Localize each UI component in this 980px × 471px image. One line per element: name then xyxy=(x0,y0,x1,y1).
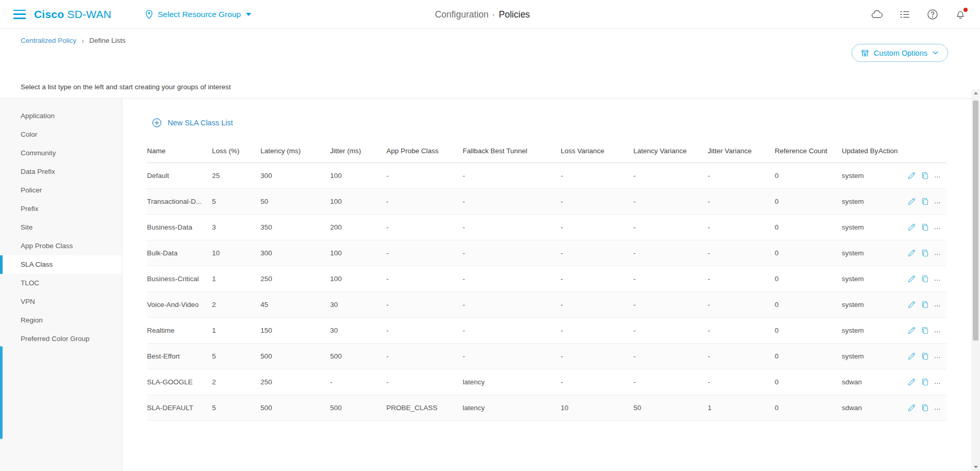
cell-reference_count: 0 xyxy=(775,292,842,318)
edit-icon[interactable] xyxy=(907,326,916,335)
sidebar-item-color[interactable]: Color xyxy=(0,125,122,144)
breadcrumb-separator: › xyxy=(81,36,84,45)
edit-icon[interactable] xyxy=(907,223,916,232)
sidebar-item-label: Community xyxy=(21,149,56,157)
sidebar-item-label: Policer xyxy=(21,186,42,194)
delete-icon[interactable] xyxy=(934,403,943,412)
sidebar-item-preferred-color-group[interactable]: Preferred Color Group xyxy=(0,330,122,348)
copy-icon[interactable] xyxy=(921,249,929,257)
scrollbar-up-arrow[interactable] xyxy=(971,89,980,97)
cell-jitter_variance: - xyxy=(708,369,775,395)
sidebar-item-label: Site xyxy=(21,223,32,231)
sla-class-table: NameLoss (%)Latency (ms)Jitter (ms)App P… xyxy=(147,142,946,421)
sidebar-item-site[interactable]: Site xyxy=(0,218,122,237)
cell-latency: 500 xyxy=(260,395,330,421)
sidebar-item-label: Data Prefix xyxy=(21,168,55,175)
cell-reference_count: 0 xyxy=(775,395,842,421)
cell-fallback_best_tunnel: - xyxy=(463,318,561,344)
cell-jitter: 100 xyxy=(330,189,386,215)
edit-icon[interactable] xyxy=(907,197,916,206)
cell-loss_variance: 10 xyxy=(561,395,633,421)
sidebar-item-app-probe-class[interactable]: App Probe Class xyxy=(0,237,122,255)
cell-loss: 2 xyxy=(212,369,260,395)
sidebar-item-data-prefix[interactable]: Data Prefix xyxy=(0,163,122,181)
sidebar-item-label: SLA Class xyxy=(21,261,53,268)
cell-loss_variance: - xyxy=(561,163,633,189)
cell-action xyxy=(878,266,946,292)
column-header-loss_variance: Loss Variance xyxy=(561,142,633,163)
cell-reference_count: 0 xyxy=(775,189,842,215)
sidebar-item-application[interactable]: Application xyxy=(0,107,122,125)
scrollbar-thumb[interactable] xyxy=(973,101,978,340)
delete-icon[interactable] xyxy=(934,249,943,257)
notifications-icon[interactable] xyxy=(954,8,967,21)
copy-icon[interactable] xyxy=(921,197,929,206)
cell-app_probe_class: - xyxy=(386,215,463,240)
edit-icon[interactable] xyxy=(907,352,916,361)
copy-icon[interactable] xyxy=(921,352,929,361)
sidebar-item-tloc[interactable]: TLOC xyxy=(0,274,122,293)
title-current: Policies xyxy=(499,9,530,19)
sidebar-item-policer[interactable]: Policer xyxy=(0,181,122,200)
vertical-scrollbar[interactable] xyxy=(971,89,980,471)
delete-icon[interactable] xyxy=(934,223,943,232)
sidebar-scrollbar-thumb[interactable] xyxy=(0,346,3,439)
delete-icon[interactable] xyxy=(934,378,943,386)
copy-icon[interactable] xyxy=(921,171,929,180)
table-row: SLA-GOOGLE2250--latency---0sdwan xyxy=(147,369,946,395)
cell-loss: 10 xyxy=(212,240,260,266)
copy-icon[interactable] xyxy=(921,300,929,309)
cell-loss: 5 xyxy=(212,395,260,421)
edit-icon[interactable] xyxy=(907,378,916,386)
sidebar-item-vpn[interactable]: VPN xyxy=(0,293,122,311)
sidebar-item-sla-class[interactable]: SLA Class xyxy=(0,255,122,274)
copy-icon[interactable] xyxy=(921,403,929,412)
scrollbar-down-arrow[interactable] xyxy=(971,463,980,471)
cell-jitter: 200 xyxy=(330,215,386,240)
cell-latency: 250 xyxy=(260,266,330,292)
cell-latency: 250 xyxy=(260,369,330,395)
edit-icon[interactable] xyxy=(907,300,916,309)
menu-icon[interactable] xyxy=(13,10,26,19)
resource-group-selector[interactable]: Select Resource Group xyxy=(144,9,251,20)
delete-icon[interactable] xyxy=(934,326,943,335)
new-sla-class-list-button[interactable]: New SLA Class List xyxy=(152,118,233,127)
cloud-icon[interactable] xyxy=(871,8,883,21)
cell-latency: 300 xyxy=(260,163,330,189)
sidebar-item-community[interactable]: Community xyxy=(0,144,122,163)
caret-down-icon xyxy=(246,13,251,16)
delete-icon[interactable] xyxy=(934,300,943,309)
delete-icon[interactable] xyxy=(934,197,943,206)
delete-icon[interactable] xyxy=(934,171,943,180)
task-list-icon[interactable] xyxy=(899,8,911,21)
cell-app_probe_class: - xyxy=(386,344,463,369)
help-icon[interactable] xyxy=(926,8,939,21)
cell-latency_variance: - xyxy=(633,215,708,240)
sidebar-item-label: Region xyxy=(21,316,43,324)
breadcrumb-centralized-policy[interactable]: Centralized Policy xyxy=(21,37,76,44)
copy-icon[interactable] xyxy=(921,378,929,386)
delete-icon[interactable] xyxy=(934,274,943,283)
edit-icon[interactable] xyxy=(907,274,916,283)
delete-icon[interactable] xyxy=(934,352,943,361)
copy-icon[interactable] xyxy=(921,274,929,283)
copy-icon[interactable] xyxy=(921,326,929,335)
column-header-latency_variance: Latency Variance xyxy=(633,142,708,163)
sla-class-panel: New SLA Class List NameLoss (%)Latency (… xyxy=(122,99,968,471)
table-header-row: NameLoss (%)Latency (ms)Jitter (ms)App P… xyxy=(147,142,946,163)
edit-icon[interactable] xyxy=(907,171,916,180)
cisco-sdwan-logo: CiscoSD-WAN xyxy=(34,8,111,21)
topbar-icon-group xyxy=(871,8,967,21)
table-row: Best-Effort5500500-----0system xyxy=(147,344,946,369)
edit-icon[interactable] xyxy=(907,403,916,412)
custom-options-button[interactable]: Custom Options xyxy=(852,44,948,62)
copy-icon[interactable] xyxy=(921,223,929,232)
location-pin-icon xyxy=(144,9,154,20)
sidebar-item-prefix[interactable]: Prefix xyxy=(0,200,122,218)
list-type-sidebar: ApplicationColorCommunityData PrefixPoli… xyxy=(0,99,122,471)
sidebar-item-region[interactable]: Region xyxy=(0,311,122,330)
plus-circle-icon xyxy=(152,118,161,127)
cell-latency: 50 xyxy=(260,189,330,215)
edit-icon[interactable] xyxy=(907,249,916,257)
cell-fallback_best_tunnel: latency xyxy=(463,369,561,395)
